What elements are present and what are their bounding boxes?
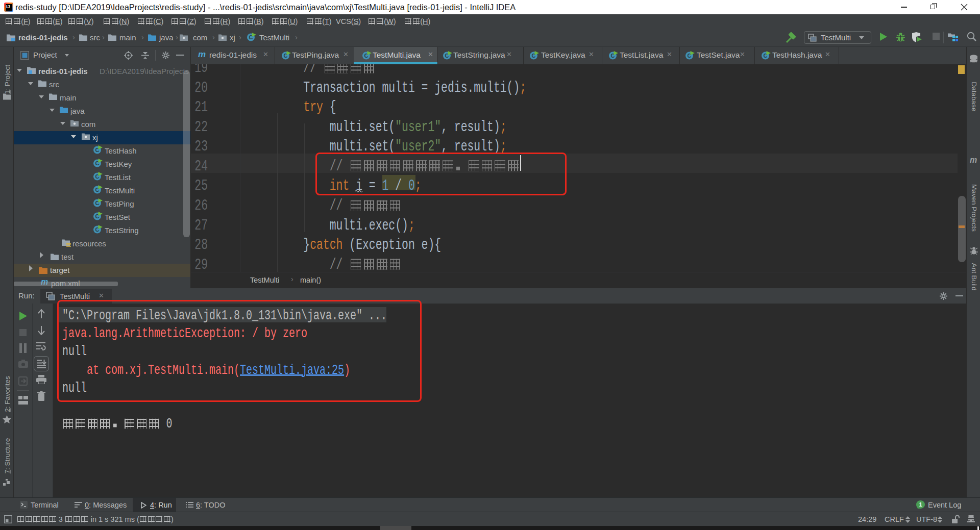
svg-text:1: 1 [919, 501, 922, 508]
